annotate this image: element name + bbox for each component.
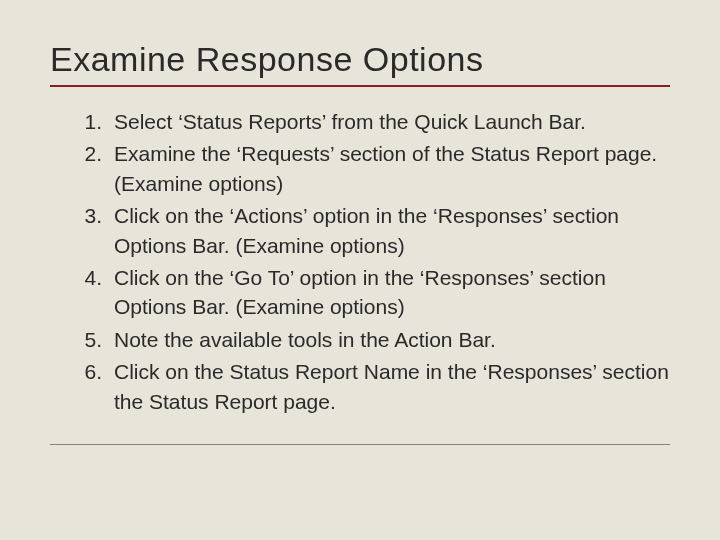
list-text: Click on the Status Report Name in the ‘… xyxy=(114,357,670,416)
list-text: Click on the ‘Go To’ option in the ‘Resp… xyxy=(114,263,670,322)
list-number: 4. xyxy=(78,263,114,322)
list-number: 3. xyxy=(78,201,114,260)
list-item: 1. Select ‘Status Reports’ from the Quic… xyxy=(78,107,670,136)
slide-heading: Examine Response Options xyxy=(50,40,670,87)
instruction-list: 1. Select ‘Status Reports’ from the Quic… xyxy=(50,107,670,416)
list-item: 3. Click on the ‘Actions’ option in the … xyxy=(78,201,670,260)
list-text: Click on the ‘Actions’ option in the ‘Re… xyxy=(114,201,670,260)
list-item: 5. Note the available tools in the Actio… xyxy=(78,325,670,354)
list-text: Note the available tools in the Action B… xyxy=(114,325,670,354)
list-number: 2. xyxy=(78,139,114,198)
list-number: 6. xyxy=(78,357,114,416)
list-text: Examine the ‘Requests’ section of the St… xyxy=(114,139,670,198)
footer-divider xyxy=(50,444,670,445)
list-text: Select ‘Status Reports’ from the Quick L… xyxy=(114,107,670,136)
list-item: 2. Examine the ‘Requests’ section of the… xyxy=(78,139,670,198)
list-number: 1. xyxy=(78,107,114,136)
list-number: 5. xyxy=(78,325,114,354)
list-item: 4. Click on the ‘Go To’ option in the ‘R… xyxy=(78,263,670,322)
list-item: 6. Click on the Status Report Name in th… xyxy=(78,357,670,416)
